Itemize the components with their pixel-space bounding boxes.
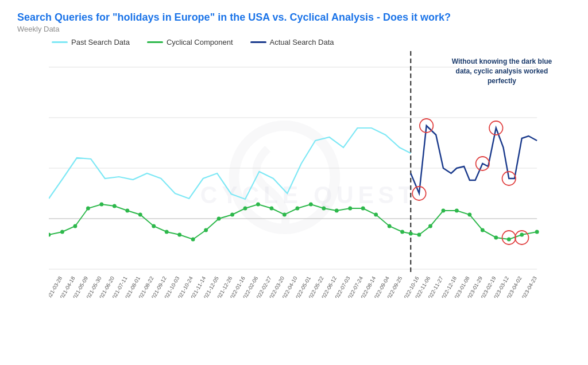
svg-point-34 (322, 207, 326, 211)
legend-actual-search: Actual Search Data (250, 38, 334, 46)
legend-past-search-label: Past Search Data (71, 38, 130, 46)
svg-point-25 (204, 228, 208, 232)
svg-point-36 (348, 207, 352, 211)
svg-point-14 (60, 230, 64, 234)
svg-point-33 (309, 203, 313, 207)
annotation-box: Without knowing the dark blue data, cycl… (450, 57, 554, 86)
svg-point-45 (455, 209, 459, 213)
svg-point-23 (177, 233, 181, 237)
svg-point-46 (467, 213, 471, 217)
cyclical-line (49, 204, 537, 239)
svg-point-15 (74, 224, 78, 228)
svg-point-30 (270, 207, 274, 211)
legend-past-search-line (52, 41, 68, 43)
svg-point-18 (113, 204, 117, 208)
svg-point-42 (417, 233, 421, 237)
legend-actual-search-line (250, 41, 266, 43)
svg-point-41 (409, 232, 413, 236)
svg-point-20 (138, 213, 142, 217)
svg-point-27 (230, 213, 234, 217)
svg-point-21 (152, 224, 156, 228)
svg-point-48 (494, 236, 498, 240)
svg-point-40 (400, 230, 404, 234)
svg-point-43 (428, 224, 432, 228)
chart-container: Search Queries for "holidays in Europe" … (0, 0, 588, 365)
svg-point-35 (335, 209, 339, 213)
svg-point-44 (442, 209, 446, 213)
legend-cyclical: Cyclical Component (147, 38, 233, 46)
legend-cyclical-line (147, 41, 163, 43)
svg-point-13 (49, 233, 51, 237)
chart-subtitle: Weekly Data (17, 25, 571, 33)
actual-search-line (411, 126, 537, 193)
svg-point-16 (86, 207, 90, 211)
svg-point-22 (165, 230, 169, 234)
svg-point-26 (217, 217, 221, 221)
chart-legend: Past Search Data Cyclical Component Actu… (52, 38, 571, 46)
svg-point-24 (191, 238, 195, 242)
svg-point-28 (243, 207, 247, 211)
chart-title: Search Queries for "holidays in Europe" … (17, 11, 571, 24)
svg-point-51 (535, 230, 539, 234)
svg-point-49 (507, 238, 511, 242)
svg-point-32 (295, 207, 299, 211)
svg-point-17 (99, 203, 103, 207)
svg-point-29 (256, 203, 260, 207)
legend-past-search: Past Search Data (52, 38, 130, 46)
svg-point-50 (520, 233, 524, 237)
svg-point-31 (283, 213, 287, 217)
svg-point-38 (374, 213, 378, 217)
svg-point-19 (125, 209, 129, 213)
chart-area: Without knowing the dark blue data, cycl… (49, 51, 565, 298)
legend-actual-search-label: Actual Search Data (270, 38, 334, 46)
legend-cyclical-label: Cyclical Component (167, 38, 233, 46)
svg-point-39 (388, 224, 392, 228)
svg-point-37 (361, 207, 365, 211)
chart-svg: CYCLE QUEST 75 50 25 0 −25 (49, 51, 565, 298)
svg-point-47 (481, 228, 485, 232)
